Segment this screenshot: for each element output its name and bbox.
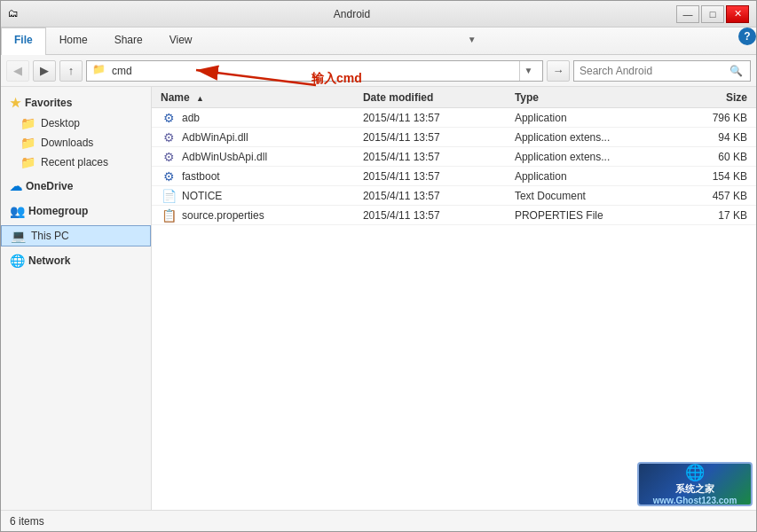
sidebar-network-section: 🌐 Network bbox=[1, 250, 151, 271]
network-label: Network bbox=[28, 254, 70, 267]
status-bar: 6 items bbox=[1, 510, 756, 531]
address-text: cmd bbox=[112, 65, 519, 77]
file-size: 60 KB bbox=[666, 151, 747, 163]
maximize-button[interactable]: □ bbox=[701, 5, 724, 23]
sidebar-item-desktop[interactable]: 📁 Desktop bbox=[1, 113, 151, 133]
homegroup-label: Homegroup bbox=[28, 205, 88, 217]
file-size: 457 KB bbox=[666, 190, 747, 202]
table-row[interactable]: 📋 source.properties 2015/4/11 13:57 PROP… bbox=[152, 206, 756, 225]
title-bar-icon: 🗂 bbox=[8, 7, 22, 21]
file-icon: ⚙ bbox=[161, 168, 177, 184]
item-count: 6 items bbox=[10, 515, 44, 528]
thispc-label: This PC bbox=[31, 230, 69, 242]
sidebar-network[interactable]: 🌐 Network bbox=[1, 250, 151, 271]
file-name: adb bbox=[182, 112, 200, 124]
tab-home[interactable]: Home bbox=[46, 27, 101, 54]
watermark-url: www.Ghost123.com bbox=[653, 496, 737, 505]
table-row[interactable]: 📄 NOTICE 2015/4/11 13:57 Text Document 4… bbox=[152, 186, 756, 206]
search-icon[interactable]: 🔍 bbox=[727, 61, 745, 81]
file-date: 2015/4/11 13:57 bbox=[363, 112, 515, 124]
tab-file[interactable]: File bbox=[1, 27, 46, 55]
sidebar-homegroup[interactable]: 👥 Homegroup bbox=[1, 200, 151, 222]
file-type: Application bbox=[515, 170, 666, 183]
minimize-button[interactable]: — bbox=[676, 5, 699, 23]
sidebar-onedrive[interactable]: ☁ OneDrive bbox=[1, 176, 151, 197]
col-header-type[interactable]: Type bbox=[515, 91, 666, 104]
file-size: 154 KB bbox=[666, 170, 747, 183]
ribbon-tabs: File Home Share View ▼ ? bbox=[1, 27, 756, 54]
folder-icon: 📁 bbox=[20, 155, 35, 169]
file-icon: ⚙ bbox=[161, 149, 177, 165]
sidebar-thispc-section: 💻 This PC bbox=[1, 225, 151, 246]
favorites-label: Favorites bbox=[25, 97, 72, 109]
file-size: 94 KB bbox=[666, 131, 747, 144]
tab-view[interactable]: View bbox=[156, 27, 206, 54]
up-button[interactable]: ↑ bbox=[59, 60, 83, 82]
file-type: Application extens... bbox=[515, 151, 666, 163]
watermark-brand: 系统之家 bbox=[675, 482, 714, 496]
main-content: ★ Favorites 📁 Desktop 📁 Downloads 📁 Rece… bbox=[1, 87, 756, 510]
sidebar: ★ Favorites 📁 Desktop 📁 Downloads 📁 Rece… bbox=[1, 87, 152, 510]
watermark-logo: 🌐 bbox=[685, 463, 705, 482]
search-input[interactable] bbox=[580, 65, 727, 77]
file-date: 2015/4/11 13:57 bbox=[363, 151, 515, 163]
go-button[interactable]: → bbox=[547, 60, 570, 82]
file-rows-container: ⚙ adb 2015/4/11 13:57 Application 796 KB… bbox=[152, 108, 756, 225]
search-box[interactable]: 🔍 bbox=[573, 60, 751, 82]
watermark: 🌐 系统之家 www.Ghost123.com bbox=[637, 462, 753, 506]
sidebar-favorites-label[interactable]: ★ Favorites bbox=[1, 92, 151, 113]
table-row[interactable]: ⚙ AdbWinApi.dll 2015/4/11 13:57 Applicat… bbox=[152, 128, 756, 147]
star-icon: ★ bbox=[10, 96, 21, 110]
file-pane: Name ▲ Date modified Type Size ⚙ adb 20 bbox=[152, 87, 756, 510]
file-type: Application bbox=[515, 112, 666, 124]
file-size: 17 KB bbox=[666, 209, 747, 222]
file-name: fastboot bbox=[182, 170, 220, 183]
tab-share[interactable]: Share bbox=[101, 27, 156, 54]
address-dropdown-icon[interactable]: ▼ bbox=[519, 61, 537, 81]
address-bar[interactable]: 📁 cmd ▼ bbox=[86, 60, 543, 82]
file-icon: 📄 bbox=[161, 188, 177, 204]
file-type: PROPERTIES File bbox=[515, 209, 666, 222]
back-button[interactable]: ◀ bbox=[6, 60, 29, 82]
window-controls: — □ ✕ bbox=[676, 5, 749, 23]
file-icon: ⚙ bbox=[161, 110, 177, 126]
homegroup-icon: 👥 bbox=[10, 204, 25, 218]
sort-arrow-name: ▲ bbox=[196, 94, 204, 103]
ribbon-expand-icon[interactable]: ▼ bbox=[461, 27, 484, 54]
close-button[interactable]: ✕ bbox=[726, 5, 749, 23]
file-icon: 📋 bbox=[161, 207, 177, 223]
file-date: 2015/4/11 13:57 bbox=[363, 209, 515, 222]
forward-button[interactable]: ▶ bbox=[33, 60, 56, 82]
network-icon: 🌐 bbox=[10, 254, 25, 268]
file-name: AdbWinUsbApi.dll bbox=[182, 151, 267, 163]
folder-icon: 📁 bbox=[20, 116, 35, 130]
file-type: Text Document bbox=[515, 190, 666, 202]
cloud-icon: ☁ bbox=[10, 179, 22, 193]
onedrive-label: OneDrive bbox=[26, 180, 73, 192]
address-folder-icon: 📁 bbox=[92, 63, 108, 79]
sidebar-onedrive-section: ☁ OneDrive bbox=[1, 176, 151, 197]
file-type: Application extens... bbox=[515, 131, 666, 144]
recent-label: Recent places bbox=[41, 156, 108, 168]
help-button[interactable]: ? bbox=[738, 27, 756, 45]
file-name: NOTICE bbox=[182, 190, 222, 202]
file-list-header: Name ▲ Date modified Type Size bbox=[152, 87, 756, 108]
col-header-date[interactable]: Date modified bbox=[363, 91, 515, 104]
window-title: Android bbox=[28, 8, 676, 20]
table-row[interactable]: ⚙ AdbWinUsbApi.dll 2015/4/11 13:57 Appli… bbox=[152, 147, 756, 167]
downloads-label: Downloads bbox=[41, 137, 93, 149]
sidebar-item-downloads[interactable]: 📁 Downloads bbox=[1, 133, 151, 153]
sidebar-homegroup-section: 👥 Homegroup bbox=[1, 200, 151, 222]
file-date: 2015/4/11 13:57 bbox=[363, 131, 515, 144]
nav-bar: ◀ ▶ ↑ 📁 cmd ▼ → 🔍 bbox=[1, 55, 756, 87]
col-header-size[interactable]: Size bbox=[666, 91, 747, 104]
sidebar-item-recent[interactable]: 📁 Recent places bbox=[1, 153, 151, 172]
file-date: 2015/4/11 13:57 bbox=[363, 190, 515, 202]
table-row[interactable]: ⚙ fastboot 2015/4/11 13:57 Application 1… bbox=[152, 167, 756, 186]
sidebar-item-thispc[interactable]: 💻 This PC bbox=[1, 225, 151, 246]
desktop-label: Desktop bbox=[41, 117, 80, 129]
file-icon: ⚙ bbox=[161, 129, 177, 145]
table-row[interactable]: ⚙ adb 2015/4/11 13:57 Application 796 KB bbox=[152, 108, 756, 128]
sidebar-favorites-section: ★ Favorites 📁 Desktop 📁 Downloads 📁 Rece… bbox=[1, 92, 151, 172]
col-header-name[interactable]: Name ▲ bbox=[161, 91, 363, 104]
